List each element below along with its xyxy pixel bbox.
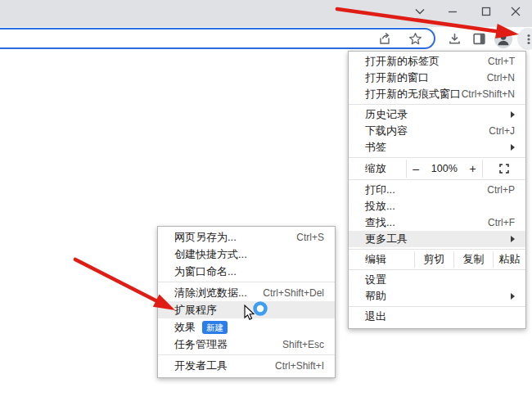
- bookmark-star-icon[interactable]: [404, 28, 426, 49]
- zoom-out-button[interactable]: –: [413, 162, 419, 175]
- menu-item-label: 网页另存为...: [174, 230, 296, 245]
- menu-item-help[interactable]: 帮助: [349, 288, 525, 305]
- menu-dots-icon: [522, 33, 532, 46]
- menu-item-shortcut: Ctrl+S: [296, 232, 324, 243]
- menu-item-shortcut: Ctrl+T: [488, 56, 515, 67]
- browser-menu-button[interactable]: [517, 28, 532, 50]
- fullscreen-icon: [499, 164, 509, 174]
- menu-separator: [158, 354, 335, 355]
- menu-item-print[interactable]: 打印... Ctrl+P: [349, 182, 525, 198]
- address-bar[interactable]: [0, 28, 435, 49]
- menu-item-shortcut: Ctrl+N: [487, 72, 515, 83]
- menu-item-label: 帮助: [365, 289, 506, 304]
- window-titlebar: [0, 0, 532, 27]
- menu-item-history[interactable]: 历史记录: [349, 106, 525, 123]
- menu-item-shortcut: Ctrl+Shift+Del: [263, 287, 324, 299]
- menu-item-extensions[interactable]: 扩展程序: [158, 301, 335, 318]
- menu-item-name-window[interactable]: 为窗口命名...: [158, 263, 335, 280]
- menu-item-label: 书签: [365, 140, 506, 155]
- cut-button[interactable]: 剪切: [415, 252, 453, 267]
- submenu-arrow-icon: [511, 111, 515, 118]
- menu-item-shortcut: Ctrl+Shift+N: [462, 88, 515, 100]
- menu-item-label: 为窗口命名...: [174, 264, 324, 279]
- submenu-arrow-icon: [511, 144, 515, 151]
- chevron-down-icon[interactable]: [406, 2, 434, 21]
- menu-item-label: 清除浏览数据...: [174, 286, 263, 300]
- menu-separator: [158, 282, 335, 282]
- browser-main-menu: 打开新的标签页 Ctrl+T 打开新的窗口 Ctrl+N 打开新的无痕式窗口 C…: [348, 51, 526, 329]
- menu-item-bookmarks[interactable]: 书签: [349, 139, 525, 156]
- menu-item-cast[interactable]: 投放...: [349, 198, 525, 214]
- menu-item-find[interactable]: 查找... Ctrl+F: [349, 214, 525, 231]
- menu-item-shortcut: Ctrl+J: [489, 125, 515, 137]
- menu-item-task-manager[interactable]: 任务管理器 Shift+Esc: [158, 336, 335, 353]
- side-panel-icon[interactable]: [468, 29, 489, 50]
- menu-item-more-tools[interactable]: 更多工具: [349, 231, 525, 247]
- menu-item-label: 创建快捷方式...: [174, 247, 324, 262]
- menu-item-label: 退出: [365, 309, 515, 324]
- menu-separator: [349, 104, 525, 105]
- more-tools-submenu: 网页另存为... Ctrl+S 创建快捷方式... 为窗口命名... 清除浏览数…: [157, 226, 336, 378]
- menu-item-zoom: 缩放 – 100% +: [349, 160, 525, 178]
- submenu-arrow-icon: [511, 236, 515, 242]
- zoom-level-value: 100%: [431, 163, 458, 174]
- share-icon[interactable]: [373, 28, 394, 49]
- zoom-in-button[interactable]: +: [469, 162, 476, 175]
- menu-item-developer-tools[interactable]: 开发者工具 Ctrl+Shift+I: [158, 357, 335, 374]
- menu-item-label: 下载内容: [365, 124, 489, 138]
- menu-item-label: 开发者工具: [174, 359, 275, 373]
- new-badge: 新建: [202, 321, 228, 334]
- menu-item-label: 历史记录: [365, 107, 506, 122]
- maximize-button[interactable]: [472, 2, 500, 21]
- menu-item-label: 任务管理器: [174, 337, 282, 352]
- menu-item-shortcut: Ctrl+Shift+I: [275, 360, 324, 372]
- menu-item-label: 查找...: [365, 215, 488, 230]
- menu-item-new-incognito-window[interactable]: 打开新的无痕式窗口 Ctrl+Shift+N: [349, 86, 525, 102]
- menu-item-shortcut: Ctrl+P: [487, 184, 515, 196]
- menu-separator: [349, 306, 525, 307]
- menu-separator: [349, 269, 525, 270]
- menu-item-exit[interactable]: 退出: [349, 309, 525, 325]
- menu-item-downloads[interactable]: 下载内容 Ctrl+J: [349, 123, 525, 139]
- menu-item-create-shortcut[interactable]: 创建快捷方式...: [158, 246, 335, 263]
- close-button[interactable]: [502, 2, 530, 21]
- menu-item-settings[interactable]: 设置: [349, 272, 525, 288]
- menu-item-new-tab[interactable]: 打开新的标签页 Ctrl+T: [349, 53, 525, 70]
- menu-item-label: 打开新的窗口: [365, 70, 487, 85]
- menu-item-label: 效果: [174, 320, 196, 335]
- paste-button[interactable]: 粘贴: [494, 252, 525, 267]
- menu-separator: [349, 249, 525, 250]
- menu-item-label: 编辑: [365, 252, 414, 267]
- menu-item-new-window[interactable]: 打开新的窗口 Ctrl+N: [349, 70, 525, 86]
- menu-item-effects[interactable]: 效果 新建: [158, 318, 335, 336]
- fullscreen-button[interactable]: [483, 164, 525, 174]
- menu-separator: [349, 157, 525, 158]
- menu-item-label: 设置: [365, 273, 515, 287]
- menu-item-shortcut: Shift+Esc: [282, 339, 324, 350]
- menu-separator: [349, 179, 525, 180]
- minimize-button[interactable]: [439, 2, 467, 21]
- menu-item-label: 扩展程序: [174, 303, 324, 318]
- menu-item-clear-browsing-data[interactable]: 清除浏览数据... Ctrl+Shift+Del: [158, 284, 335, 301]
- menu-item-label: 打印...: [365, 183, 487, 197]
- copy-button[interactable]: 复制: [454, 252, 493, 267]
- menu-item-label: 打开新的无痕式窗口: [365, 87, 462, 102]
- menu-item-shortcut: Ctrl+F: [488, 217, 515, 228]
- menu-item-label: 缩放: [365, 161, 406, 176]
- menu-item-edit: 编辑 剪切 复制 粘贴: [349, 251, 525, 268]
- profile-icon[interactable]: [493, 29, 514, 50]
- menu-item-label: 投放...: [365, 199, 515, 214]
- menu-item-label: 打开新的标签页: [365, 54, 488, 69]
- menu-item-save-page-as[interactable]: 网页另存为... Ctrl+S: [158, 228, 335, 246]
- submenu-arrow-icon: [511, 293, 515, 300]
- menu-item-label: 更多工具: [365, 232, 506, 246]
- download-icon[interactable]: [444, 29, 465, 50]
